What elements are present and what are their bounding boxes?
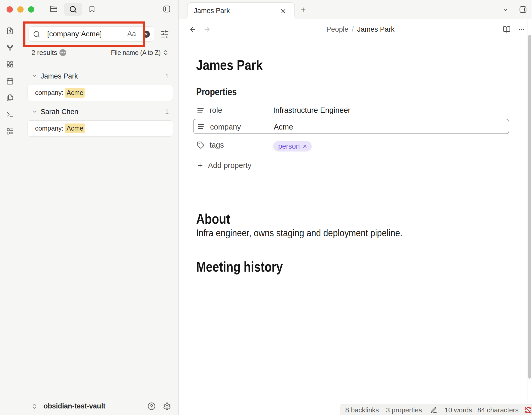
properties-count[interactable]: 3 properties — [386, 406, 422, 414]
chevron-down-icon — [32, 109, 37, 114]
edit-mode-icon[interactable] — [430, 407, 437, 414]
tab-strip: James Park — [179, 0, 531, 19]
add-property-button[interactable]: Add property — [193, 158, 251, 173]
chevrons-up-down-icon — [31, 403, 38, 410]
results-count: 2 results — [31, 45, 57, 60]
property-value[interactable]: Infrastructure Engineer — [273, 103, 350, 118]
bookmark-icon[interactable] — [88, 0, 96, 18]
panel-right-icon[interactable] — [519, 5, 527, 14]
remove-tag-icon[interactable] — [302, 144, 308, 149]
note-title[interactable]: James Park — [196, 57, 263, 73]
reading-view-icon[interactable] — [503, 26, 511, 33]
scrollbar-track — [528, 19, 528, 404]
property-value[interactable]: Acme — [274, 119, 293, 134]
ribbon — [0, 19, 22, 415]
more-options-icon[interactable] — [518, 26, 525, 33]
search-settings-icon[interactable] — [161, 30, 169, 38]
new-tab-icon[interactable] — [300, 6, 307, 13]
titlebar — [0, 0, 178, 19]
properties-heading: Properties — [196, 85, 237, 99]
view-header: People / James Park — [179, 19, 531, 39]
copy-icon[interactable] — [6, 94, 14, 102]
chevron-down-icon — [32, 73, 37, 79]
tag-label: person — [278, 141, 300, 152]
graph-icon[interactable] — [6, 44, 14, 51]
about-paragraph: Infra engineer, owns staging and deploym… — [196, 226, 402, 240]
tab-title[interactable]: James Park — [194, 0, 267, 19]
note-content: James Park Properties role Infrastructur… — [179, 39, 531, 404]
traffic-lights — [7, 6, 34, 13]
match-label: company: — [35, 89, 65, 96]
search-panel: [company:Acme] Aa 2 results File name (A… — [22, 19, 178, 415]
breadcrumb-separator: / — [352, 25, 354, 33]
settings-gear-icon[interactable] — [163, 402, 171, 410]
search-results-list: James Park 1 company: Acme Sarah Chen 1 … — [22, 65, 178, 395]
layout-list-icon[interactable] — [6, 128, 14, 135]
close-window-button[interactable] — [7, 6, 13, 13]
property-name[interactable]: tags — [210, 137, 224, 153]
text-property-icon — [197, 123, 205, 130]
status-bar: 8 backlinks 3 properties 10 words 84 cha… — [341, 404, 532, 415]
search-query-text: [company:Acme] — [47, 27, 102, 41]
sort-order-button[interactable]: File name (A to Z) — [111, 45, 169, 60]
match-case-toggle[interactable]: Aa — [127, 27, 136, 41]
property-row-tags[interactable]: tags person — [193, 137, 509, 153]
backlinks-count[interactable]: 8 backlinks — [345, 406, 379, 414]
calendar-icon[interactable] — [6, 77, 14, 85]
sync-off-icon[interactable] — [524, 406, 532, 414]
main-area: James Park People / James Park James Par… — [179, 0, 532, 415]
match-highlight: Acme — [65, 124, 85, 133]
help-icon[interactable] — [147, 402, 156, 410]
sort-order-label: File name (A to Z) — [111, 49, 161, 57]
tags-property-icon — [197, 141, 204, 149]
section-heading-meeting-history: Meeting history — [196, 259, 283, 275]
clear-search-button[interactable] — [143, 31, 150, 38]
word-count[interactable]: 10 words — [445, 406, 472, 414]
property-row-company-focused[interactable]: company Acme — [193, 119, 509, 134]
plus-icon — [197, 162, 204, 169]
match-label: company: — [35, 125, 65, 132]
search-input-icon — [33, 31, 40, 38]
terminal-icon[interactable] — [6, 111, 14, 118]
match-highlight: Acme — [65, 88, 85, 98]
text-property-icon — [197, 106, 204, 114]
section-heading-about: About — [196, 211, 230, 227]
property-name[interactable]: company — [210, 119, 241, 134]
breadcrumb-current[interactable]: James Park — [357, 25, 395, 33]
chevrons-up-down-icon — [163, 49, 169, 56]
folder-icon[interactable] — [50, 0, 58, 18]
results-info-icon[interactable] — [59, 49, 66, 56]
property-row-role[interactable]: role Infrastructure Engineer — [193, 103, 509, 118]
search-match-item[interactable]: company: Acme — [28, 120, 173, 137]
scrollbar-thumb[interactable] — [528, 35, 531, 379]
obsidian-window: [company:Acme] Aa 2 results File name (A… — [0, 0, 532, 415]
property-name[interactable]: role — [210, 103, 222, 118]
result-file-name: James Park — [41, 70, 78, 82]
result-match-count: 1 — [165, 70, 169, 82]
add-property-label: Add property — [208, 161, 251, 170]
search-match-item[interactable]: company: Acme — [28, 85, 173, 101]
vault-name: obsidian-test-vault — [43, 395, 105, 415]
result-file-name: Sarah Chen — [41, 106, 78, 117]
result-group-sarah-chen[interactable]: Sarah Chen 1 — [22, 106, 178, 117]
result-group-james-park[interactable]: James Park 1 — [22, 70, 178, 82]
minimize-window-button[interactable] — [17, 6, 24, 13]
result-match-count: 1 — [165, 106, 169, 117]
tab-close-icon[interactable] — [280, 8, 287, 15]
breadcrumb-parent[interactable]: People — [326, 25, 348, 33]
left-sidebar: [company:Acme] Aa 2 results File name (A… — [0, 0, 179, 415]
character-count[interactable]: 84 characters — [477, 406, 519, 414]
canvas-icon[interactable] — [6, 61, 14, 68]
tag-pill-person[interactable]: person — [273, 141, 312, 152]
search-input[interactable]: [company:Acme] Aa — [28, 26, 154, 42]
tab-list-chevron-icon[interactable] — [502, 7, 509, 13]
file-search-icon[interactable] — [6, 27, 14, 35]
search-icon[interactable] — [64, 3, 82, 16]
breadcrumb: People / James Park — [184, 19, 532, 39]
panel-left-icon[interactable] — [163, 0, 171, 18]
vault-switcher[interactable]: obsidian-test-vault — [22, 395, 178, 415]
zoom-window-button[interactable] — [28, 6, 34, 13]
